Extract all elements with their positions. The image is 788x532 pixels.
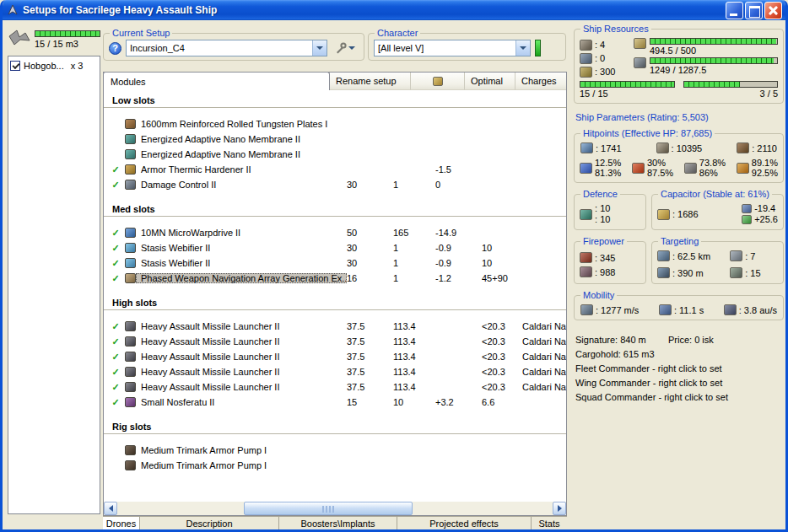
colon: : [739, 305, 742, 315]
rename-setup-button[interactable]: Rename setup [330, 73, 411, 90]
module-name: Energized Adaptive Nano Membrane II [136, 134, 347, 144]
titlebar[interactable]: Setups for Sacrilege Heavy Assault Ship [3, 0, 785, 20]
wing-commander-text[interactable]: Wing Commander - right click to set [575, 376, 784, 390]
module-cap: +3.2 [435, 397, 482, 407]
colon: : [595, 40, 597, 50]
optimal-column-header[interactable]: Optimal [465, 73, 515, 90]
module-pg: 113.4 [393, 336, 435, 347]
horizontal-scrollbar[interactable] [104, 502, 566, 515]
colon: : [752, 143, 754, 153]
module-row[interactable]: ✓ 10MN MicroWarpdrive II 50 165 -14.9 [104, 225, 566, 240]
fleet-commander-text[interactable]: Fleet Commander - right click to set [575, 362, 784, 376]
bottom-tab[interactable]: Drones [103, 517, 140, 529]
module-pg: 113.4 [393, 321, 435, 331]
fitted-check-icon: ✓ [109, 273, 122, 284]
setup-tools-button[interactable] [332, 40, 359, 56]
scroll-left-button[interactable] [104, 502, 117, 515]
module-list: Low slots 1600mm Reinforced Rolled Tungs… [104, 90, 566, 502]
setup-select-value: Incursion_C4 [127, 43, 312, 53]
module-optimal: <20.3 [482, 336, 522, 347]
charges-column-header[interactable]: Charges [515, 73, 566, 90]
module-pg: 113.4 [393, 352, 435, 362]
squad-commander-text[interactable]: Squad Commander - right click to set [575, 390, 784, 405]
targeting-range-value: 62.5 km [677, 251, 710, 261]
defence-group: Defence : 10 : 10 [574, 194, 646, 230]
tab-modules[interactable]: Modules [103, 72, 330, 90]
em-resist-icon [580, 163, 592, 174]
explosive-resist-icon [737, 163, 749, 174]
drone-checkbox[interactable] [10, 61, 20, 71]
cap-column-header[interactable] [411, 73, 465, 90]
module-row[interactable]: ✓ Heavy Assault Missile Launcher II 37.5… [104, 364, 566, 379]
module-row[interactable]: ✓ Stasis Webifier II 30 1 -0.9 10 [104, 240, 566, 255]
module-icon [125, 352, 136, 362]
module-name: Phased Weapon Navigation Array Generatio… [136, 273, 347, 283]
cargohold-text: Cargohold: 615 m3 [575, 347, 784, 362]
eft-window: Setups for Sacrilege Heavy Assault Ship … [0, 0, 788, 532]
colon: : [672, 143, 674, 153]
bottom-tab-label: Projected effects [429, 519, 499, 529]
module-cap: 0 [435, 180, 482, 190]
module-name: Medium Trimark Armor Pump I [136, 445, 347, 455]
module-row[interactable]: 1600mm Reinforced Rolled Tungsten Plates… [104, 116, 566, 132]
cpu-bar [650, 38, 778, 45]
optimal-column-label: Optimal [471, 76, 503, 86]
scrollbar-thumb[interactable] [244, 502, 413, 515]
scroll-right-button[interactable] [553, 502, 566, 515]
bottom-tab[interactable]: Boosters\Implants [279, 517, 397, 529]
character-group: Character [All level V] [368, 33, 566, 61]
em-shield-resist: 12.5% [595, 158, 621, 168]
character-select-arrow[interactable] [515, 40, 530, 56]
module-row[interactable]: ✓ Heavy Assault Missile Launcher II 37.5… [104, 334, 566, 349]
sensor-strength-icon [730, 267, 742, 278]
colon: : [595, 267, 597, 277]
module-row[interactable]: ✓ Stasis Webifier II 30 1 -0.9 10 [104, 255, 566, 271]
module-name: Stasis Webifier II [136, 258, 347, 268]
module-cpu: 37.5 [347, 321, 393, 331]
module-cpu: 37.5 [347, 382, 393, 392]
module-row[interactable]: Energized Adaptive Nano Membrane II [104, 147, 566, 162]
module-icon [125, 460, 136, 470]
setup-select-arrow[interactable] [312, 40, 327, 56]
module-optimal: <20.3 [482, 367, 522, 377]
bottom-tab[interactable]: Projected effects [397, 517, 532, 529]
module-row[interactable]: Medium Trimark Armor Pump I [104, 443, 566, 458]
drone-list-item[interactable]: Hobgob... x 3 [10, 59, 98, 72]
module-row[interactable]: ✓ Small Nosferatu II 15 10 +3.2 6.6 [104, 395, 566, 410]
module-row[interactable]: Medium Trimark Armor Pump I [104, 458, 566, 473]
module-optimal: <20.3 [482, 321, 522, 331]
hitpoints-title: Hitpoints (Effective HP: 87,685) [580, 128, 715, 138]
structure-icon [737, 142, 749, 153]
help-icon[interactable]: ? [109, 42, 121, 55]
modules-panel: Modules Rename setup Optimal Charges Low… [103, 72, 567, 516]
maximize-button[interactable] [745, 2, 763, 19]
minimize-button[interactable] [726, 2, 743, 19]
modules-header: Modules Rename setup Optimal Charges [104, 73, 566, 90]
colon: : [596, 143, 598, 153]
module-row[interactable]: ✓ Heavy Assault Missile Launcher II 37.5… [104, 319, 566, 334]
section-title-rig: Rig slots [104, 422, 566, 434]
module-row[interactable]: Energized Adaptive Nano Membrane II [104, 132, 566, 147]
module-row[interactable]: ✓ Phased Weapon Navigation Array Generat… [104, 271, 566, 286]
module-row[interactable]: ✓ Armor Thermic Hardener II -1.5 [104, 162, 566, 177]
character-skills-indicator [535, 40, 541, 56]
module-row[interactable]: ✓ Heavy Assault Missile Launcher II 37.5… [104, 379, 566, 395]
module-optimal: 45+90 [482, 273, 522, 283]
scrollbar-track[interactable] [117, 502, 553, 515]
module-cpu: 15 [347, 397, 393, 407]
module-charges: Caldari Na [522, 352, 566, 362]
bottom-tab[interactable]: Stats [532, 517, 567, 529]
module-row[interactable]: ✓ Damage Control II 30 1 0 [104, 177, 566, 192]
setup-select[interactable]: Incursion_C4 [126, 40, 327, 56]
close-button[interactable] [764, 2, 782, 19]
kinetic-resist-cell: 73.8% 86% [684, 158, 726, 178]
high-slots-section: High slots ✓ Heavy Assault Missile Launc… [104, 298, 566, 410]
align-time-value: 11.1 s [679, 305, 704, 315]
window-content: 15 / 15 m3 Hobgob... x 3 Current Setup ?… [3, 20, 785, 529]
tab-modules-label: Modules [111, 77, 146, 87]
section-title-med: Med slots [104, 204, 566, 217]
bottom-tab[interactable]: Description [140, 517, 279, 529]
character-select[interactable]: [All level V] [374, 40, 531, 56]
module-optimal: <20.3 [482, 352, 522, 362]
module-row[interactable]: ✓ Heavy Assault Missile Launcher II 37.5… [104, 349, 566, 364]
